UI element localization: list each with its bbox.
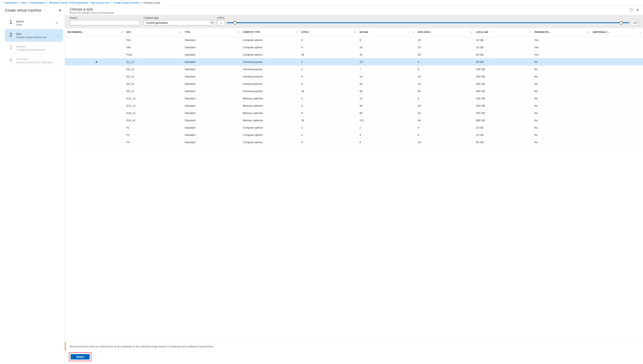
cell-sku: D14_v2 [125,116,183,124]
search-input[interactable] [70,20,140,25]
wizard-title: Create virtual machine [5,8,42,12]
sort-icon: ▲▼ [412,31,414,34]
column-header[interactable]: PREMIUM DIS…▲▼ [533,28,591,36]
wizard-step-basics[interactable]: 1BasicsDone✓ [5,17,63,29]
cell-local-ssd: 32 GB [474,44,533,51]
cell-type: Standard [183,102,241,109]
column-header[interactable]: DATA DISKS▲▼ [416,28,474,36]
column-header[interactable]: COMPUTE TYPE▲▼ [242,28,300,36]
cell-vcpus: 4 [300,73,358,80]
slider-thumb-max[interactable] [619,21,623,24]
cell-sku: F8s [125,44,183,51]
cell-compute-type: Compute optimiz [242,44,300,51]
breadcrumb-item[interactable]: Dashboard [4,1,18,4]
cell-data-disks: 64 [416,51,474,58]
cell-vcpus: 4 [300,36,358,44]
cell-ram: 32 [358,51,416,58]
table-row[interactable]: F16sStandardCompute optimiz16326464 GBYe… [65,51,643,58]
column-header[interactable]: SKU▲▼ [125,28,183,36]
table-row[interactable]: D12_v2StandardMemory optimize42816200 GB… [65,102,643,109]
vcpu-min-box[interactable]: 1 [217,20,225,25]
table-row[interactable]: D13_v2StandardMemory optimize85632400 GB… [65,109,643,116]
sort-icon: ▲▼ [354,31,356,34]
size-table-wrap[interactable]: RECOMMEND…▲▼SKU▲▼TYPE▲▼COMPUTE TYPE▲▼VCP… [65,28,643,342]
select-button[interactable]: Select [70,354,90,360]
table-row[interactable]: F2StandardCompute optimiz24832 GBNo [65,131,643,138]
column-header[interactable]: VCPUS▲▼ [300,28,358,36]
cell-data-disks: 8 [416,66,474,73]
cell-sku: F4 [125,138,183,146]
cell-ram: 28 [358,102,416,109]
table-row[interactable]: F4StandardCompute optimiz481664 GBNo [65,138,643,146]
cell-data-disks: 16 [416,36,474,44]
sort-icon: ▲▼ [639,31,641,34]
cell-additional [591,80,643,88]
table-row[interactable]: D4_v2StandardGeneral purpose82832400 GBN… [65,80,643,88]
cell-vcpus: 2 [300,131,358,138]
cell-local-ssd: 100 GB [474,95,533,102]
cell-premium: No [533,116,591,124]
close-icon[interactable]: ✕ [58,8,62,12]
cell-premium: No [533,66,591,73]
table-row[interactable]: D11_v2StandardMemory optimize2148100 GBN… [65,95,643,102]
cell-sku: D1_v2 [125,58,183,66]
cell-recommended: ★ [65,58,125,66]
cell-ram: 56 [358,88,416,95]
cell-premium: No [533,124,591,131]
cell-additional [591,66,643,73]
sort-icon: ▲▼ [121,31,123,34]
table-row[interactable]: F1StandardCompute optimiz12416 GBNo [65,124,643,131]
cell-type: Standard [183,131,241,138]
wizard-step-size[interactable]: 2SizeChoose virtual machine size› [5,29,63,42]
cell-compute-type: Compute optimiz [242,36,300,44]
table-row[interactable]: ★D1_v2StandardGeneral purpose13.5450 GBN… [65,58,643,66]
breadcrumb-item[interactable]: Windows Server 2016 Datacenter - Pay-as-… [49,1,109,4]
breadcrumb-item[interactable]: Marketplace [31,1,45,4]
cell-local-ssd: 100 GB [474,66,533,73]
cell-additional [591,95,643,102]
cell-local-ssd: 200 GB [474,102,533,109]
vcpu-max-box[interactable]: 128 [631,20,639,25]
cell-data-disks: 32 [416,44,474,51]
cell-compute-type: Memory optimize [242,102,300,109]
wizard-step-settings: 3SettingsConfigure optional features› [5,42,63,54]
column-header[interactable]: LOCAL SSD▲▼ [474,28,533,36]
compute-type-select[interactable]: Current generation [144,20,214,25]
cell-data-disks: 32 [416,80,474,88]
step-title: Settings [16,45,60,48]
cell-compute-type: Compute optimiz [242,51,300,58]
sort-icon: ▲▼ [296,31,298,34]
cell-ram: 56 [358,109,416,116]
cell-data-disks: 4 [416,58,474,66]
table-row[interactable]: D5_v2StandardGeneral purpose165664800 GB… [65,88,643,95]
cell-local-ssd: 400 GB [474,80,533,88]
close-icon[interactable]: ✕ [636,8,639,12]
cell-recommended [65,66,125,73]
column-header[interactable]: ADDITIONAL F…▲▼ [591,28,643,36]
breadcrumb-item[interactable]: Create virtual machine [113,1,140,4]
chevron-right-icon: > [19,1,20,4]
maximize-icon[interactable]: ☐ [630,8,633,12]
table-row[interactable]: D2_v2StandardGeneral purpose278100 GBNo [65,66,643,73]
cell-recommended [65,116,125,124]
cell-type: Standard [183,109,241,116]
cell-additional [591,109,643,116]
cell-vcpus: 1 [300,124,358,131]
cell-type: Standard [183,116,241,124]
breadcrumb-item: Choose a size [144,1,160,4]
table-row[interactable]: D14_v2StandardMemory optimize1611264800 … [65,116,643,124]
column-header[interactable]: GB RAM▲▼ [358,28,416,36]
panel-subtitle: Browse the available sizes and their fea… [70,12,114,14]
cell-compute-type: Memory optimize [242,116,300,124]
vcpu-slider[interactable] [227,21,629,25]
cell-premium: Yes [533,36,591,44]
table-row[interactable]: F8sStandardCompute optimiz8163232 GBYes [65,44,643,51]
slider-thumb-min[interactable] [233,21,237,24]
table-row[interactable]: D3_v2StandardGeneral purpose41416200 GBN… [65,73,643,80]
cell-recommended [65,44,125,51]
cell-type: Standard [183,51,241,58]
column-header[interactable]: RECOMMEND…▲▼ [65,28,125,36]
table-row[interactable]: F4sStandardCompute optimiz481616 GBYes [65,36,643,44]
breadcrumb-item[interactable]: New [21,1,26,4]
column-header[interactable]: TYPE▲▼ [183,28,241,36]
